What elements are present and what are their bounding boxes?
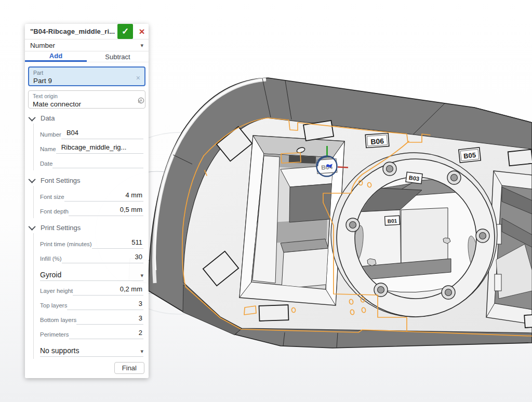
font-size-input[interactable]: 4 mm — [64, 191, 143, 202]
bottom-layers-input[interactable]: 3 — [76, 314, 143, 325]
label-type-dropdown[interactable]: Number ▾ — [25, 39, 149, 51]
chevron-down-icon — [29, 114, 36, 121]
chevron-down-icon — [29, 176, 36, 183]
layer-height-input[interactable]: 0,2 mm — [73, 285, 143, 296]
text-origin-label: Text origin — [33, 93, 141, 100]
field-row-date[interactable]: Date — [40, 154, 143, 168]
check-icon: ✓ — [122, 26, 129, 37]
label-plate-b05: B05 — [459, 148, 481, 163]
section-data-title: Data — [41, 114, 55, 122]
supports-dropdown[interactable]: No supports ▾ — [40, 339, 143, 357]
label-type-value: Number — [30, 42, 140, 49]
clock-icon[interactable] — [138, 97, 144, 104]
mode-tabs: Add Subtract — [25, 51, 149, 62]
dialog-titlebar: "B04-Ribcage_middle_ri... ✓ × — [25, 24, 149, 39]
chevron-down-icon: ▾ — [140, 348, 143, 355]
text-origin-value: Mate connector — [33, 100, 141, 109]
section-data[interactable]: Data — [30, 114, 143, 123]
section-font-rows: Font size 4 mm Font depth 0,5 mm — [33, 186, 143, 218]
field-row-font-depth[interactable]: Font depth 0,5 mm — [40, 202, 143, 216]
chevron-down-icon: ▾ — [140, 42, 143, 49]
field-row-top-layers[interactable]: Top layers 3 — [40, 296, 143, 310]
section-font-title: Font Settings — [41, 177, 81, 184]
field-row-perimeters[interactable]: Perimeters 2 — [40, 325, 143, 339]
section-data-rows: Number B04 Name Ribcage_middle_rig... Da… — [33, 124, 143, 170]
close-icon: × — [139, 26, 144, 37]
date-input[interactable] — [52, 158, 143, 168]
field-row-font-size[interactable]: Font size 4 mm — [40, 187, 143, 202]
field-row-layer-height[interactable]: Layer height 0,2 mm — [40, 281, 143, 296]
tab-subtract[interactable]: Subtract — [87, 51, 149, 62]
field-row-bottom-layers[interactable]: Bottom layers 3 — [40, 310, 143, 325]
svg-text:B06: B06 — [370, 137, 384, 146]
label-plate-b03: B03 — [406, 172, 422, 184]
clear-selection-icon[interactable]: × — [136, 74, 140, 82]
name-input[interactable]: Ribcage_middle_rig... — [56, 143, 143, 154]
svg-text:B01: B01 — [388, 218, 397, 224]
field-row-infill[interactable]: Infill (%) 30 — [40, 249, 143, 263]
section-print-settings[interactable]: Print Settings — [30, 223, 143, 232]
part-field-label: Part — [33, 70, 140, 76]
supports-value: No supports — [40, 346, 140, 355]
field-row-print-time[interactable]: Print time (minutes) 511 — [40, 234, 143, 249]
perimeters-input[interactable]: 2 — [69, 329, 143, 339]
top-layers-input[interactable]: 3 — [67, 300, 143, 310]
cad-viewport[interactable]: B06 B05 B03 B01 — [0, 0, 532, 402]
label-plate-b06: B06 — [365, 133, 389, 148]
chevron-down-icon: ▾ — [140, 272, 143, 279]
commit-button[interactable]: ✓ — [117, 24, 133, 39]
dialog-footer: Final — [25, 359, 149, 378]
feature-dialog: "B04-Ribcage_middle_ri... ✓ × Number ▾ A… — [25, 24, 149, 378]
part-field-value: Part 9 — [33, 76, 140, 86]
text-origin-field[interactable]: Text origin Mate connector × — [28, 90, 145, 109]
cancel-button[interactable]: × — [135, 24, 149, 39]
field-row-name[interactable]: Name Ribcage_middle_rig... — [40, 139, 143, 154]
final-button[interactable]: Final — [114, 362, 144, 374]
infill-type-dropdown[interactable]: Gyroid ▾ — [40, 263, 143, 281]
infill-input[interactable]: 30 — [62, 253, 143, 263]
svg-text:B05: B05 — [463, 151, 476, 160]
section-print-rows: Print time (minutes) 511 Infill (%) 30 G… — [33, 233, 143, 359]
section-font-settings[interactable]: Font Settings — [30, 176, 143, 184]
tab-add[interactable]: Add — [25, 51, 87, 62]
section-print-title: Print Settings — [41, 224, 81, 232]
print-time-input[interactable]: 511 — [92, 238, 143, 249]
font-depth-input[interactable]: 0,5 mm — [69, 206, 143, 216]
chevron-down-icon — [29, 223, 36, 231]
infill-type-value: Gyroid — [40, 271, 140, 279]
field-row-number[interactable]: Number B04 — [40, 125, 143, 139]
number-input[interactable]: B04 — [61, 129, 143, 139]
dialog-title: "B04-Ribcage_middle_ri... — [30, 28, 117, 35]
part-field[interactable]: Part Part 9 × — [28, 66, 145, 86]
label-plate-b01: B01 — [385, 216, 400, 225]
svg-text:B03: B03 — [408, 175, 419, 182]
axis-x-red — [338, 167, 348, 168]
